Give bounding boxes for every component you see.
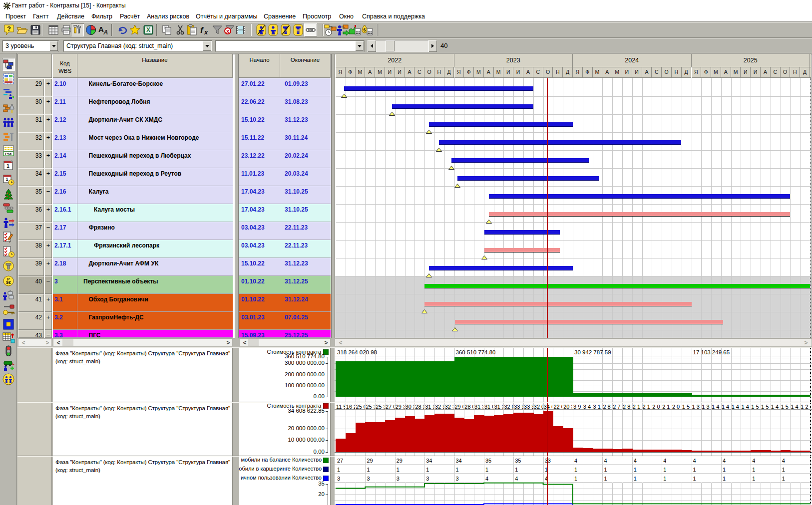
row-toggle[interactable]: + — [44, 168, 52, 186]
row-toggle[interactable]: + — [44, 78, 52, 96]
calendar-button[interactable]: 1 — [2, 159, 15, 172]
gantt-bar-blue[interactable] — [484, 230, 560, 235]
people-circle-button[interactable] — [2, 373, 15, 386]
row-number[interactable]: 38 — [18, 240, 44, 258]
person-flow-button[interactable] — [336, 23, 349, 36]
table-row-dates[interactable]: 17.04.2331.10.25 — [239, 204, 331, 222]
menu-item-3[interactable]: Действие — [57, 13, 84, 20]
row-number[interactable]: 30 — [18, 96, 44, 114]
row-number[interactable]: 43 — [18, 330, 44, 338]
table-hscrollbar-left[interactable]: < — [55, 339, 62, 346]
row-toggle[interactable]: − — [44, 276, 52, 294]
coin-bolt-button[interactable] — [2, 259, 15, 272]
menu-item-1[interactable]: Проект — [5, 13, 26, 20]
table-row[interactable]: 2.10Кинель-Богатое-Борское — [53, 78, 233, 96]
table-row-dates[interactable]: 03.01.2307.04.25 — [239, 312, 331, 330]
gantt-bar-blue[interactable] — [392, 104, 533, 109]
gantt-bar-blue[interactable] — [439, 140, 681, 145]
table-row-dates[interactable]: 15.10.2231.12.23 — [239, 114, 331, 132]
gantt-bar-blue[interactable] — [489, 194, 790, 199]
table-row[interactable]: 2.17Фрязино — [53, 222, 233, 240]
col-header-start[interactable]: Начало — [239, 54, 280, 78]
bolt-button[interactable] — [292, 23, 305, 36]
gantt-bar-pink[interactable] — [455, 320, 723, 324]
row-number[interactable]: 32 — [18, 132, 44, 150]
traffic-light-button[interactable] — [2, 344, 15, 357]
row-toggle[interactable]: + — [44, 294, 52, 312]
calendar-clock-button[interactable]: 1 — [2, 173, 15, 186]
col-header-name[interactable]: Название — [77, 54, 233, 78]
gantt-bar-pink[interactable] — [489, 212, 790, 217]
level-scrollbar-thumb[interactable] — [386, 40, 395, 51]
menu-item-10[interactable]: Окно — [339, 13, 354, 20]
money-calc-button[interactable]: $ — [360, 23, 373, 36]
row-toggle[interactable]: + — [44, 150, 52, 168]
levels-chain-button[interactable] — [2, 202, 15, 215]
gantt-bar-blue[interactable] — [457, 176, 599, 181]
dates-hscrollbar-thumb[interactable] — [248, 339, 259, 346]
row-number[interactable]: 34 — [18, 168, 44, 186]
gantt-resources-button[interactable] — [2, 87, 15, 100]
gantt-hscrollbar-right[interactable]: > — [803, 339, 810, 346]
coin-money-button[interactable]: P$€ — [2, 274, 15, 287]
row-toggle[interactable]: − — [44, 186, 52, 204]
table-view-button[interactable] — [47, 23, 60, 36]
film-button[interactable] — [234, 23, 247, 36]
table-row-dates[interactable]: 01.10.2231.12.25 — [239, 276, 331, 294]
row-toggle[interactable]: + — [44, 114, 52, 132]
col-header-end[interactable]: Окончание — [280, 54, 331, 78]
row-number[interactable]: 33 — [18, 150, 44, 168]
copy-button[interactable] — [160, 23, 173, 36]
gantt-bar-pink[interactable] — [424, 302, 691, 306]
row-toggle[interactable]: + — [44, 312, 52, 330]
table-row[interactable]: 3.3ПГС — [53, 330, 233, 338]
level-scrollbar-right[interactable] — [428, 40, 437, 52]
tree-button[interactable] — [2, 188, 15, 201]
row-toggle[interactable]: + — [44, 96, 52, 114]
menu-item-11[interactable]: Справка и поддержка — [362, 13, 425, 20]
gantt-bar-green[interactable] — [424, 284, 810, 288]
blue-square-button[interactable] — [2, 318, 15, 331]
checklist-clock-button[interactable] — [2, 245, 15, 258]
structure-combo[interactable]: Структура Главная (код: struct_main) — [63, 40, 212, 52]
filter-combo[interactable] — [215, 40, 365, 52]
table-row-dates[interactable]: 11.01.2320.03.24 — [239, 168, 331, 186]
row-number[interactable]: 36 — [18, 204, 44, 222]
dates-hscrollbar-right[interactable]: > — [323, 339, 330, 346]
person-button[interactable] — [267, 23, 280, 36]
help-button[interactable]: ? — [2, 23, 15, 36]
col-header-wbs[interactable]: КодWBS — [53, 54, 77, 78]
gantt-bar-blue[interactable] — [429, 266, 573, 270]
table-export-button[interactable] — [2, 331, 15, 344]
table-row-dates[interactable]: 27.01.2201.09.23 — [239, 78, 331, 96]
table-hscrollbar-thumb[interactable] — [62, 339, 73, 346]
filter-button[interactable] — [211, 23, 224, 36]
menu-item-5[interactable]: Расчёт — [120, 13, 140, 20]
gantt-bar-blue[interactable] — [429, 122, 573, 127]
fonts-button[interactable]: AA — [97, 23, 110, 36]
menu-item-6[interactable]: Анализ рисков — [147, 13, 189, 20]
rows-hscrollbar-right[interactable]: > — [44, 339, 51, 346]
gantt-bar-pink[interactable] — [484, 248, 560, 252]
gantt-hscrollbar-left[interactable]: < — [337, 339, 344, 346]
table-row-dates[interactable]: 01.10.2231.12.24 — [239, 294, 331, 312]
wbs-structure-button[interactable] — [2, 58, 15, 71]
table-row[interactable]: 2.12Дюртюли-Ачит СК ХМДС — [53, 114, 233, 132]
table-row-dates[interactable]: 22.06.2231.08.23 — [239, 96, 331, 114]
key-button[interactable] — [2, 303, 15, 316]
row-number[interactable]: 39 — [18, 258, 44, 276]
row-toggle[interactable]: − — [44, 222, 52, 240]
table-row[interactable]: 2.16.1Калуга мосты — [53, 204, 233, 222]
table-hscrollbar-right[interactable]: > — [225, 339, 232, 346]
undo-button[interactable] — [116, 23, 129, 36]
menu-item-8[interactable]: Сравнение — [264, 13, 296, 20]
structure-combo-arrow[interactable] — [203, 41, 211, 51]
tools-button[interactable] — [71, 23, 84, 36]
dates-hscrollbar[interactable]: <> — [239, 338, 331, 347]
table-row-dates[interactable]: 23.12.2220.02.24 — [239, 150, 331, 168]
save-button[interactable] — [29, 23, 42, 36]
table-row[interactable]: 3Перспективные объекты — [53, 276, 233, 294]
level-combo-arrow[interactable] — [49, 41, 58, 51]
menu-item-4[interactable]: Фильтр — [91, 13, 112, 20]
table-row-dates[interactable]: 15.09.2325.12.25 — [239, 330, 331, 338]
